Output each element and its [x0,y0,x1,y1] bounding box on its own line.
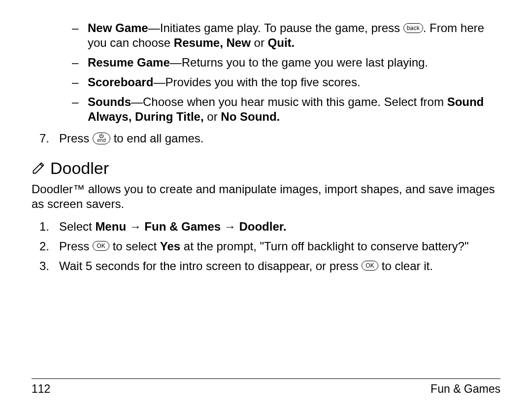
section-intro: Doodler™ allows you to create and manipu… [32,182,500,211]
option-text-3: or [254,36,268,49]
option-scoreboard: – Scoreboard—Provides you with the top f… [72,75,500,90]
step-text: Wait 5 seconds for the intro screen to d… [59,259,362,273]
step-text-post: to end all games. [110,132,203,145]
option-bold-trail2: Quit. [268,36,295,49]
footer-section: Fun & Games [431,382,500,396]
option-resume-game: – Resume Game—Returns you to the game yo… [72,55,500,70]
option-sounds: – Sounds—Choose when you hear music with… [72,95,500,124]
option-new-game: – New Game—Initiates game play. To pause… [72,21,500,50]
option-text: —Choose when you hear music with this ga… [131,95,447,108]
option-title: Resume Game [88,56,170,69]
step-number: 1. [39,219,59,234]
step-text: Select [59,220,95,233]
option-body: Sounds—Choose when you hear music with t… [88,95,500,124]
step-text-pre: Press [59,132,93,145]
option-title: New Game [88,21,148,34]
back-key-icon: back [403,23,423,33]
step-text-2: to select [109,240,160,253]
doodler-step-3: 3. Wait 5 seconds for the intro screen t… [32,259,500,274]
section-title: Doodler [50,158,109,179]
step-end-games: 7. Press ⏻end to end all games. [32,131,500,146]
doodler-step-1: 1. Select Menu → Fun & Games → Doodler. [32,219,500,234]
end-key-label: end [97,138,105,143]
step-text-3: at the prompt, "Turn off backlight to co… [180,240,468,253]
option-title: Scoreboard [88,75,153,89]
dash-bullet: – [72,21,88,50]
dash-bullet: – [72,75,88,90]
option-body: New Game—Initiates game play. To pause t… [88,21,500,50]
option-title: Sounds [88,95,131,108]
option-body: Scoreboard—Provides you with the top fiv… [88,75,500,90]
options-dash-list: – New Game—Initiates game play. To pause… [32,21,500,124]
ok-key-icon: OK [362,261,378,271]
step-number: 7. [39,131,59,146]
manual-page: – New Game—Initiates game play. To pause… [0,0,532,411]
dash-bullet: – [72,55,88,70]
ok-key-icon: OK [93,241,109,251]
footer-divider [32,378,500,379]
step-number: 2. [39,239,59,254]
option-bold-trail: Resume, New [174,36,254,49]
step-body: Select Menu → Fun & Games → Doodler. [59,219,500,234]
step-body: Press OK to select Yes at the prompt, "T… [59,239,500,254]
prompt-yes: Yes [160,240,180,253]
step-number: 3. [39,259,59,274]
step-text: Press [59,240,93,253]
doodler-step-2: 2. Press OK to select Yes at the prompt,… [32,239,500,254]
option-text: —Initiates game play. To pause the game,… [148,21,403,34]
menu-path: Menu → Fun & Games → Doodler. [95,220,286,233]
page-footer: 112 Fun & Games [32,378,500,396]
step-text-2: to clear it. [378,259,433,273]
option-body: Resume Game—Returns you to the game you … [88,55,500,70]
footer-row: 112 Fun & Games [32,382,500,396]
end-key-icon: ⏻end [93,133,110,144]
step-body: Wait 5 seconds for the intro screen to d… [59,259,500,274]
step-body: Press ⏻end to end all games. [59,131,500,146]
page-number: 112 [32,382,50,396]
section-heading: Doodler [32,158,500,179]
option-text: —Provides you with the top five scores. [153,75,360,89]
dash-bullet: – [72,95,88,124]
option-bold-trail2: No Sound. [221,110,280,123]
option-text: —Returns you to the game you were last p… [170,56,428,69]
pencil-icon [32,161,45,175]
option-text-3: or [207,110,221,123]
